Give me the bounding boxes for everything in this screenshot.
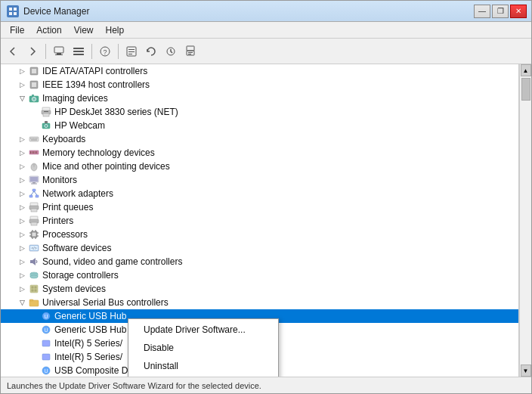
svg-text:U: U bbox=[44, 314, 48, 319]
help-button[interactable]: ? bbox=[96, 42, 114, 60]
ctx-disable[interactable]: Disable bbox=[128, 339, 278, 357]
tree-item-printqueues[interactable]: ▷ Print queues bbox=[1, 200, 518, 214]
tree-item-printers[interactable]: ▷ Printers bbox=[1, 214, 518, 228]
scan-hardware-button[interactable] bbox=[162, 42, 180, 60]
item-label-system: System devices bbox=[42, 284, 518, 294]
tree-item-imaging[interactable]: ▽ Imaging devices bbox=[1, 92, 518, 105]
svg-rect-42 bbox=[31, 140, 37, 141]
svg-text:U: U bbox=[44, 368, 48, 374]
restore-button[interactable]: ❐ bbox=[492, 5, 509, 18]
tree-item-memory[interactable]: ▷ Memory technology devices bbox=[1, 146, 518, 160]
scroll-thumb[interactable] bbox=[521, 78, 530, 101]
tree-item-hpdeskjet[interactable]: HP DeskJet 3830 series (NET) bbox=[1, 105, 518, 119]
list-view-button[interactable] bbox=[70, 42, 88, 60]
properties-button[interactable] bbox=[122, 42, 141, 60]
usb-folder-icon bbox=[28, 296, 40, 309]
item-label-software: Software devices bbox=[42, 243, 518, 253]
menu-help[interactable]: Help bbox=[100, 23, 131, 37]
title-bar-left: Device Manager bbox=[7, 5, 89, 17]
tree-item-mice[interactable]: ▷ Mice and other pointing devices bbox=[1, 160, 518, 173]
toolbar-sep-3 bbox=[118, 44, 119, 59]
expand-icon-memory: ▷ bbox=[16, 147, 28, 159]
svg-rect-28 bbox=[32, 95, 34, 96]
expand-icon-usb: ▽ bbox=[16, 296, 28, 309]
tree-item-processors[interactable]: ▷ Processors bbox=[1, 228, 518, 241]
tree-item-storage[interactable]: ▷ Storage controllers bbox=[1, 268, 518, 282]
expand-icon-ieee: ▷ bbox=[16, 79, 28, 91]
device-manager-window: Device Manager — ❐ ✕ File Action View He… bbox=[0, 0, 532, 394]
svg-rect-44 bbox=[30, 151, 31, 154]
svg-rect-86 bbox=[35, 287, 37, 289]
svg-rect-46 bbox=[33, 151, 34, 154]
item-label-processors: Processors bbox=[42, 229, 518, 240]
menu-action[interactable]: Action bbox=[30, 23, 67, 37]
svg-rect-3 bbox=[14, 12, 17, 15]
expand-icon-printqueues: ▷ bbox=[16, 201, 28, 213]
back-button[interactable] bbox=[4, 42, 22, 60]
cpu-icon bbox=[28, 228, 40, 240]
tree-item-sound[interactable]: ▷ Sound, video and game controllers bbox=[1, 255, 518, 268]
svg-rect-13 bbox=[128, 49, 135, 50]
item-label-ide: IDE ATA/ATAPI controllers bbox=[42, 66, 518, 76]
printer-icon-hpdeskjet bbox=[40, 106, 52, 118]
svg-rect-35 bbox=[45, 121, 48, 123]
expand-icon-sound: ▷ bbox=[16, 256, 28, 268]
tree-item-network[interactable]: ▷ Network adapters bbox=[1, 187, 518, 200]
device-tree[interactable]: ▷ IDE ATA/ATAPI controllers ▷ IEEE 1394 … bbox=[1, 64, 519, 377]
software-icon: </> bbox=[28, 242, 40, 254]
window-icon bbox=[7, 5, 19, 17]
sound-icon bbox=[28, 256, 40, 268]
svg-rect-4 bbox=[54, 47, 63, 53]
scroll-track bbox=[521, 76, 531, 365]
item-label-generic-usb-1: Generic USB Hub bbox=[54, 311, 518, 321]
print-button[interactable] bbox=[181, 42, 200, 60]
mouse-icon bbox=[28, 160, 40, 172]
ctx-uninstall[interactable]: Uninstall bbox=[128, 357, 278, 375]
tree-item-keyboards[interactable]: ▷ Keyboards bbox=[1, 132, 518, 146]
svg-rect-55 bbox=[31, 184, 37, 185]
svg-rect-96 bbox=[42, 354, 50, 360]
svg-text:U: U bbox=[44, 327, 48, 333]
tree-item-ide[interactable]: ▷ IDE ATA/ATAPI controllers bbox=[1, 64, 518, 78]
tree-item-software[interactable]: ▷ </> Software devices bbox=[1, 241, 518, 255]
tree-item-monitors[interactable]: ▷ Monitors bbox=[1, 173, 518, 187]
svg-rect-54 bbox=[32, 182, 36, 184]
item-label-usb-controllers: Universal Serial Bus controllers bbox=[42, 297, 518, 308]
svg-rect-85 bbox=[32, 287, 34, 289]
computer-view-button[interactable] bbox=[50, 42, 68, 60]
ctx-update-driver[interactable]: Update Driver Software... bbox=[128, 321, 278, 339]
menu-view[interactable]: View bbox=[68, 23, 100, 37]
svg-rect-87 bbox=[32, 290, 34, 292]
scroll-down-button[interactable]: ▼ bbox=[521, 365, 531, 377]
close-button[interactable]: ✕ bbox=[510, 5, 527, 18]
svg-rect-22 bbox=[32, 69, 36, 73]
svg-rect-5 bbox=[57, 53, 61, 54]
printers-icon bbox=[28, 215, 40, 227]
item-label-printqueues: Print queues bbox=[42, 202, 518, 213]
tree-item-usb[interactable]: ▽ Universal Serial Bus controllers bbox=[1, 296, 518, 309]
item-label-network: Network adapters bbox=[42, 188, 518, 199]
tree-item-ieee[interactable]: ▷ IEEE 1394 host controllers bbox=[1, 78, 518, 92]
tree-item-system[interactable]: ▷ System devices bbox=[1, 282, 518, 296]
window-title: Device Manager bbox=[23, 6, 89, 17]
menu-file[interactable]: File bbox=[4, 23, 30, 37]
scrollbar[interactable]: ▲ ▼ bbox=[519, 64, 531, 377]
minimize-button[interactable]: — bbox=[474, 5, 490, 18]
svg-point-27 bbox=[33, 98, 35, 100]
menu-bar: File Action View Help bbox=[1, 22, 531, 39]
svg-text:</>: </> bbox=[31, 246, 36, 250]
usb-ctrl-icon-1 bbox=[40, 337, 52, 349]
forward-button[interactable] bbox=[23, 42, 42, 60]
tree-item-hpwebcam[interactable]: HP Webcam bbox=[1, 119, 518, 132]
toolbar: ? bbox=[1, 39, 531, 64]
expand-icon-imaging: ▽ bbox=[16, 92, 28, 104]
refresh-button[interactable] bbox=[142, 42, 160, 60]
svg-rect-32 bbox=[44, 111, 48, 112]
storage-icon bbox=[28, 269, 40, 281]
expand-icon-printers: ▷ bbox=[16, 215, 28, 227]
scroll-up-button[interactable]: ▲ bbox=[521, 64, 531, 76]
svg-rect-41 bbox=[36, 138, 38, 139]
svg-rect-8 bbox=[73, 51, 84, 52]
svg-rect-57 bbox=[29, 195, 32, 197]
svg-rect-90 bbox=[29, 299, 33, 301]
